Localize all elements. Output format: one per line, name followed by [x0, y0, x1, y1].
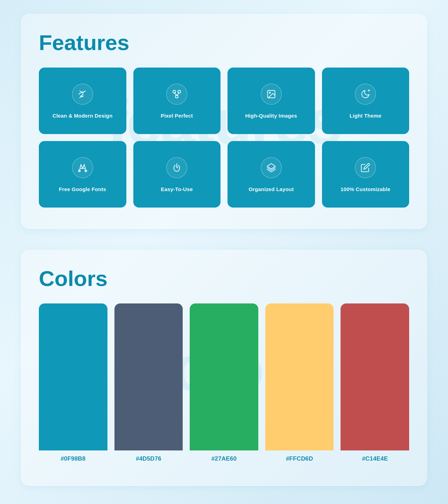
color-swatch-color-slate [114, 303, 183, 450]
color-hex-color-red: #C14E4E [362, 455, 388, 462]
feature-card-high-quality-images: High-Quality Images [227, 68, 315, 134]
touch-icon [166, 157, 187, 178]
feature-label-free-google-fonts: Free Google Fonts [59, 186, 106, 193]
svg-rect-1 [173, 91, 176, 93]
color-swatch-color-yellow [265, 303, 334, 450]
colors-title: Colors [39, 268, 409, 289]
feature-label-light-theme: Light Theme [350, 112, 382, 119]
color-hex-color-green: #27AE60 [211, 455, 237, 462]
vector-icon [166, 84, 187, 105]
color-card-color-teal: #0F98B8 [39, 303, 107, 464]
color-card-color-slate: #4D5D76 [114, 303, 183, 464]
feature-label-100-customizable: 100% Customizable [341, 186, 391, 193]
feature-label-pixel-perfect: Pixel Perfect [161, 112, 193, 119]
colors-section: Colors #0F98B8#4D5D76#27AE60#FFCD6D#C14E… [21, 250, 427, 486]
feature-label-high-quality-images: High-Quality Images [245, 112, 297, 119]
layers-icon [261, 157, 282, 178]
color-card-color-green: #27AE60 [190, 303, 258, 464]
feature-card-clean-modern-design: Clean & Modern Design [39, 68, 126, 134]
svg-rect-2 [178, 91, 181, 93]
feature-label-clean-modern-design: Clean & Modern Design [52, 112, 113, 119]
feature-card-easy-to-use: Easy-To-Use [133, 141, 221, 208]
feature-label-organized-layout: Organized Layout [248, 186, 294, 193]
feature-card-organized-layout: Organized Layout [227, 141, 315, 208]
feature-label-easy-to-use: Easy-To-Use [161, 186, 193, 193]
svg-rect-3 [176, 96, 178, 98]
edit-icon [355, 157, 376, 178]
feature-card-100-customizable: 100% Customizable [322, 141, 410, 208]
moon-star-icon [355, 84, 376, 105]
svg-point-11 [176, 166, 178, 168]
color-swatch-color-red [341, 303, 409, 450]
color-swatch-color-teal [39, 303, 107, 450]
features-title: Features [39, 32, 409, 54]
features-grid: Clean & Modern Design Pixel PerfectHigh-… [39, 68, 409, 208]
feature-card-free-google-fonts: Free Google Fonts [39, 141, 126, 208]
svg-line-5 [177, 93, 179, 96]
color-hex-color-yellow: #FFCD6D [286, 455, 313, 462]
image-icon [261, 84, 282, 105]
colors-grid: #0F98B8#4D5D76#27AE60#FFCD6D#C14E4E [39, 303, 409, 464]
feature-card-light-theme: Light Theme [322, 68, 410, 134]
color-hex-color-slate: #4D5D76 [136, 455, 161, 462]
color-hex-color-teal: #0F98B8 [61, 455, 85, 462]
svg-line-4 [174, 93, 177, 96]
brush-icon [72, 84, 93, 105]
color-swatch-color-green [190, 303, 258, 450]
font-icon [72, 157, 93, 178]
feature-card-pixel-perfect: Pixel Perfect [133, 68, 221, 134]
svg-point-7 [269, 92, 271, 93]
features-section: Features Clean & Modern Design Pixel Per… [21, 14, 427, 229]
color-card-color-yellow: #FFCD6D [265, 303, 334, 464]
color-card-color-red: #C14E4E [341, 303, 409, 464]
